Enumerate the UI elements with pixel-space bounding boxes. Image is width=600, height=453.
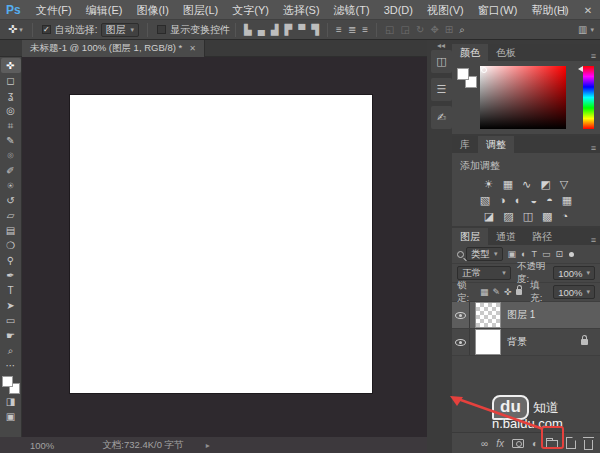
- align-center-icon[interactable]: ▄: [255, 24, 268, 35]
- shape-tool[interactable]: ▭: [1, 313, 21, 328]
- crop-tool[interactable]: ⌗: [1, 118, 21, 133]
- tab-libraries[interactable]: 库: [452, 136, 478, 153]
- blur-tool[interactable]: ❍: [1, 238, 21, 253]
- panel-menu-icon[interactable]: ≡: [591, 143, 596, 153]
- adjustment-layer-icon[interactable]: ◐: [532, 438, 538, 449]
- expand-dock-icon[interactable]: ◂◂: [437, 41, 445, 50]
- align-left-icon[interactable]: ▙: [241, 24, 255, 35]
- tab-channels[interactable]: 通道: [488, 228, 524, 245]
- zoom-tool-option-icon[interactable]: ⌕: [456, 24, 468, 36]
- workspace-switcher[interactable]: ▥ ▾: [578, 24, 594, 35]
- dodge-tool[interactable]: ⚲: [1, 253, 21, 268]
- path-select-tool[interactable]: ➤: [1, 298, 21, 313]
- eraser-tool[interactable]: ▱: [1, 208, 21, 223]
- panel-menu-icon[interactable]: ≡: [591, 51, 596, 61]
- selective-color-icon[interactable]: ▩: [542, 210, 552, 223]
- exposure-icon[interactable]: ◩: [540, 178, 550, 191]
- tab-paths[interactable]: 路径: [524, 228, 560, 245]
- menu-type[interactable]: 文字(Y): [225, 0, 276, 20]
- layer-row-background[interactable]: 背景: [452, 329, 600, 356]
- levels-icon[interactable]: ▦: [503, 178, 513, 191]
- menu-view[interactable]: 视图(V): [420, 0, 471, 20]
- history-brush-tool[interactable]: ↺: [1, 193, 21, 208]
- type-tool[interactable]: T: [1, 283, 21, 298]
- lock-position-icon[interactable]: ✜: [504, 287, 512, 297]
- close-button[interactable]: ✕: [582, 5, 594, 16]
- tab-swatches[interactable]: 色板: [488, 44, 524, 61]
- invert-icon[interactable]: ◪: [484, 210, 494, 223]
- menu-edit[interactable]: 编辑(E): [79, 0, 130, 20]
- edit-toolbar-button[interactable]: ⋯: [1, 358, 21, 373]
- foreground-color-swatch[interactable]: [457, 68, 469, 80]
- minimize-button[interactable]: –: [530, 5, 542, 16]
- filter-smart-objects-icon[interactable]: ⊡: [555, 249, 563, 259]
- layer-thumbnail[interactable]: [476, 330, 500, 354]
- menu-file[interactable]: 文件(F): [29, 0, 79, 20]
- filter-pixel-layers-icon[interactable]: ▣: [508, 249, 517, 259]
- lock-transparency-icon[interactable]: ▦: [480, 287, 489, 297]
- distribute-top-icon[interactable]: ≡: [333, 24, 345, 35]
- document-tab[interactable]: 未标题-1 @ 100% (图层 1, RGB/8) * ✕: [22, 40, 205, 57]
- auto-select-dropdown[interactable]: 图层 ▾: [101, 23, 140, 37]
- curves-icon[interactable]: ∿: [522, 178, 531, 191]
- menu-filter[interactable]: 滤镜(T): [327, 0, 377, 20]
- add-mask-icon[interactable]: [512, 439, 524, 448]
- new-group-icon[interactable]: [546, 440, 558, 448]
- tab-color[interactable]: 颜色: [452, 44, 488, 61]
- clone-stamp-tool[interactable]: ⍟: [1, 178, 21, 193]
- foreground-color-swatch[interactable]: [2, 376, 13, 387]
- close-tab-icon[interactable]: ✕: [189, 44, 196, 53]
- menu-image[interactable]: 图像(I): [129, 0, 175, 20]
- color-swatches[interactable]: [2, 376, 20, 394]
- menu-window[interactable]: 窗口(W): [471, 0, 525, 20]
- menu-3d[interactable]: 3D(D): [377, 0, 420, 20]
- fill-dropdown[interactable]: 100% ▾: [553, 285, 595, 299]
- tab-layers[interactable]: 图层: [452, 228, 488, 245]
- align-bottom-icon[interactable]: ▜: [308, 24, 322, 35]
- brightness-contrast-icon[interactable]: ☀: [484, 178, 494, 191]
- layer-row-layer1[interactable]: 图层 1: [452, 302, 600, 329]
- posterize-icon[interactable]: ▨: [503, 210, 513, 223]
- hue-saturation-icon[interactable]: ▧: [480, 194, 490, 207]
- blend-mode-dropdown[interactable]: 正常 ▾: [457, 266, 511, 280]
- layer-name[interactable]: 背景: [507, 335, 527, 349]
- align-top-icon[interactable]: ▛: [282, 24, 296, 35]
- black-white-icon[interactable]: ◐: [515, 194, 522, 207]
- move-tool[interactable]: ✜: [1, 58, 21, 73]
- filter-adjustment-layers-icon[interactable]: ◐: [521, 249, 526, 259]
- color-balance-icon[interactable]: ◑: [499, 194, 506, 207]
- color-swatches-mini[interactable]: [457, 68, 477, 88]
- status-menu-arrow-icon[interactable]: ▸: [206, 441, 210, 450]
- quick-select-tool[interactable]: ◎: [1, 103, 21, 118]
- filter-type-layers-icon[interactable]: T: [531, 249, 537, 259]
- opacity-dropdown[interactable]: 100% ▾: [553, 266, 595, 280]
- menu-layer[interactable]: 图层(L): [176, 0, 225, 20]
- delete-layer-icon[interactable]: [584, 440, 593, 450]
- new-layer-icon[interactable]: [566, 437, 576, 449]
- zoom-level-field[interactable]: 100%: [30, 440, 54, 451]
- photo-filter-icon[interactable]: ◒: [531, 194, 538, 207]
- auto-select-checkbox[interactable]: ✓: [42, 25, 51, 34]
- marquee-tool[interactable]: ◻: [1, 73, 21, 88]
- color-lookup-icon[interactable]: ▦: [562, 194, 572, 207]
- visibility-cell[interactable]: [452, 329, 470, 355]
- menu-select[interactable]: 选择(S): [276, 0, 327, 20]
- layer-name[interactable]: 图层 1: [507, 308, 535, 322]
- info-panel-icon[interactable]: ☰: [431, 78, 452, 101]
- lock-all-icon[interactable]: [516, 289, 523, 295]
- quick-mask-button[interactable]: ◨: [1, 394, 21, 409]
- layer-thumbnail[interactable]: [476, 303, 500, 327]
- vibrance-icon[interactable]: ▽: [560, 178, 568, 191]
- pen-tool[interactable]: ✒: [1, 268, 21, 283]
- filter-shape-layers-icon[interactable]: ▭: [542, 249, 551, 259]
- history-panel-icon[interactable]: ✍: [431, 106, 452, 129]
- eye-icon[interactable]: [455, 339, 466, 346]
- link-layers-icon[interactable]: ∞: [481, 438, 488, 449]
- color-picker-marker[interactable]: [481, 67, 487, 73]
- distribute-bottom-icon[interactable]: ≡: [359, 24, 371, 35]
- gradient-tool[interactable]: ▤: [1, 223, 21, 238]
- brush-tool[interactable]: ✐: [1, 163, 21, 178]
- hand-tool[interactable]: ☛: [1, 328, 21, 343]
- tab-adjustments[interactable]: 调整: [478, 136, 514, 153]
- tool-preset-chevron-icon[interactable]: ▾: [19, 26, 23, 34]
